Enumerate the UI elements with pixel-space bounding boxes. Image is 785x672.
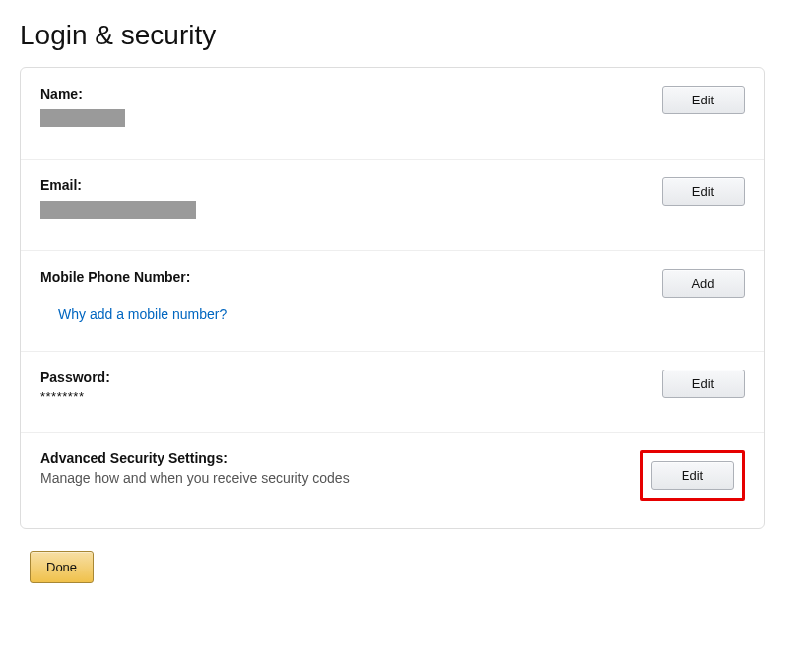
- name-value-redacted: [40, 109, 125, 127]
- password-value: ********: [40, 389, 662, 404]
- email-row: Email: Edit: [21, 160, 764, 251]
- settings-card: Name: Edit Email: Edit Mobile Phone Numb…: [20, 67, 765, 529]
- add-mobile-button[interactable]: Add: [662, 269, 745, 298]
- password-label: Password:: [40, 370, 662, 385]
- email-value-redacted: [40, 201, 196, 219]
- mobile-row: Mobile Phone Number: Why add a mobile nu…: [21, 251, 764, 352]
- advanced-desc: Manage how and when you receive security…: [40, 470, 640, 486]
- edit-advanced-security-button[interactable]: Edit: [651, 461, 734, 490]
- password-row: Password: ******** Edit: [21, 352, 764, 433]
- done-button[interactable]: Done: [30, 551, 94, 583]
- edit-email-button[interactable]: Edit: [662, 177, 745, 206]
- advanced-security-row: Advanced Security Settings: Manage how a…: [21, 433, 764, 528]
- name-label: Name:: [40, 86, 662, 101]
- email-label: Email:: [40, 177, 662, 193]
- highlight-annotation: Edit: [640, 450, 745, 501]
- page-title: Login & security: [20, 20, 765, 51]
- edit-name-button[interactable]: Edit: [662, 86, 745, 114]
- advanced-label: Advanced Security Settings:: [40, 450, 640, 466]
- why-add-mobile-link[interactable]: Why add a mobile number?: [58, 306, 227, 322]
- edit-password-button[interactable]: Edit: [662, 370, 745, 398]
- mobile-label: Mobile Phone Number:: [40, 269, 662, 285]
- name-row: Name: Edit: [21, 68, 764, 160]
